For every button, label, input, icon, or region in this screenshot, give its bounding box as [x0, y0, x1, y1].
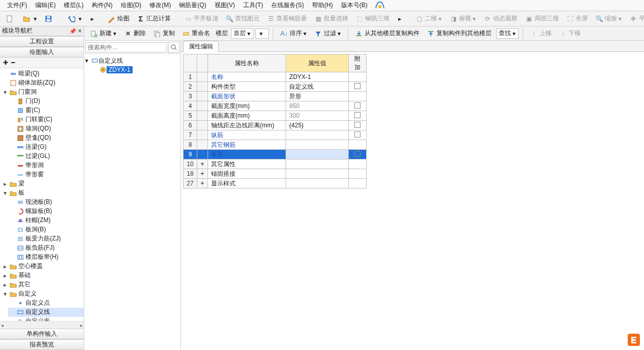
- rename-button[interactable]: 重命名: [179, 28, 213, 39]
- save-button[interactable]: [41, 13, 57, 24]
- nav-tree[interactable]: 暗梁(Q) 砌体加筋(ZQ) ▾门窗洞 门(D) 窗(C) 门联窗(C) 墙洞(…: [0, 69, 84, 321]
- delete-button[interactable]: ✕删除: [121, 28, 149, 39]
- menu-view[interactable]: 视图(V): [211, 0, 239, 11]
- search-combo[interactable]: 查找▾: [496, 29, 519, 39]
- fullscreen-button[interactable]: ⛶全屏: [563, 13, 591, 24]
- section-single-input[interactable]: 单构件输入: [0, 329, 84, 339]
- open-file-button[interactable]: ▾: [19, 13, 40, 24]
- property-row[interactable]: 4截面宽度(mm)850: [184, 101, 367, 111]
- view-rebar-button[interactable]: ☰查看钢筋量: [264, 13, 310, 24]
- collapse-arrow-icon[interactable]: ▾: [2, 89, 8, 95]
- folder-icon: [9, 189, 17, 197]
- new-component-button[interactable]: 新建▾: [87, 28, 120, 39]
- main-toolbar: ▾ ▾ ▸ 绘图 Σ汇总计算 ▭平齐板顶 🔍查找图元 ☰查看钢筋量 ▦批量选择 …: [0, 11, 644, 26]
- svg-rect-20: [19, 229, 21, 231]
- dropdown-icon: ▾: [33, 15, 37, 23]
- layer-select[interactable]: ▾: [255, 29, 269, 39]
- pin-icon[interactable]: 📌: [69, 28, 76, 34]
- menu-edit[interactable]: 编辑(E): [31, 0, 60, 11]
- component-tree[interactable]: ▾自定义线 ZDYX-1: [84, 54, 181, 350]
- menu-draw[interactable]: 绘图(D): [117, 0, 146, 11]
- strip-hole-icon: [16, 161, 24, 170]
- property-row[interactable]: 7纵筋: [184, 130, 367, 140]
- dyn-view-button[interactable]: ⟳动态观察: [480, 13, 521, 24]
- menu-help[interactable]: 帮助(H): [308, 0, 337, 11]
- zoom-button[interactable]: 🔍缩放▾: [592, 13, 625, 24]
- expand-icon[interactable]: ✚: [3, 59, 8, 66]
- wall-rebar-icon: [9, 79, 17, 87]
- property-row[interactable]: 10+其它属性: [184, 159, 367, 169]
- more-button[interactable]: ▸: [86, 13, 97, 24]
- collapse-icon[interactable]: ━: [11, 59, 15, 66]
- property-row[interactable]: 9备注: [184, 150, 367, 159]
- view-2d-button[interactable]: ▢二维▾: [412, 13, 445, 24]
- property-row[interactable]: 1名称ZDYX-1: [184, 72, 367, 82]
- property-row[interactable]: 2构件类型自定义线: [184, 82, 367, 92]
- section-report-preview[interactable]: 报表预览: [0, 339, 84, 350]
- door-icon: [16, 97, 24, 105]
- sigma-icon: Σ: [137, 15, 145, 23]
- copy-to-floor-button[interactable]: 复制构件到其他楼层: [424, 28, 495, 39]
- undo-button[interactable]: ▾: [64, 13, 85, 24]
- svg-rect-10: [21, 118, 23, 121]
- folder-icon: [9, 272, 17, 280]
- menu-version[interactable]: 版本号(B): [337, 0, 372, 11]
- draw-button[interactable]: 绘图: [105, 13, 133, 24]
- local-3d-button[interactable]: ▣局部三维: [522, 13, 562, 24]
- menu-component[interactable]: 构件(N): [88, 0, 117, 11]
- property-row[interactable]: 3截面形状异形: [184, 92, 367, 101]
- component-search-input[interactable]: [85, 42, 167, 52]
- checkbox[interactable]: [354, 102, 360, 109]
- rebar-3d-button[interactable]: ⬚钢筋三维: [352, 13, 393, 24]
- menu-modify[interactable]: 修改(M): [145, 0, 175, 11]
- cube-icon: ⬚: [355, 15, 364, 23]
- checkbox[interactable]: [354, 83, 360, 89]
- new-file-button[interactable]: [3, 13, 18, 24]
- app-logo-icon: [375, 1, 385, 10]
- menu-file[interactable]: 文件(F): [3, 0, 31, 11]
- svg-rect-9: [18, 118, 20, 122]
- sort-button[interactable]: A↓排序▾: [277, 28, 310, 39]
- property-row[interactable]: 8其它钢筋: [184, 140, 367, 150]
- multi-sel-button[interactable]: ▦批量选择: [311, 13, 351, 24]
- svg-rect-6: [11, 80, 16, 86]
- search-button[interactable]: [168, 42, 179, 53]
- property-row[interactable]: 18+锚固搭接: [184, 169, 367, 179]
- checkbox[interactable]: [354, 131, 360, 138]
- top-view-button[interactable]: ◨俯视▾: [446, 13, 479, 24]
- box-icon: ▣: [525, 15, 533, 23]
- checkbox[interactable]: [354, 112, 360, 118]
- property-row[interactable]: 6轴线距左边线距离(mm)(425): [184, 121, 367, 130]
- move-down-button[interactable]: ↓下移: [556, 28, 584, 39]
- more2-button[interactable]: ▸: [394, 13, 405, 24]
- menu-tools[interactable]: 工具(T): [239, 0, 267, 11]
- find-elem-button[interactable]: 🔍查找图元: [222, 13, 263, 24]
- expand-arrow-icon[interactable]: ▸: [2, 181, 8, 187]
- flat-top-button[interactable]: ▭平齐板顶: [181, 13, 221, 24]
- slab-hole-icon: [16, 226, 24, 234]
- copy-button[interactable]: 复制: [150, 28, 178, 39]
- menu-rebar[interactable]: 钢筋量(Q): [175, 0, 210, 11]
- property-row[interactable]: 5截面高度(mm)300: [184, 111, 367, 121]
- calc-button[interactable]: Σ汇总计算: [134, 13, 174, 24]
- component-item-selected[interactable]: ZDYX-1: [107, 66, 133, 73]
- collapse-arrow-icon[interactable]: ▾: [85, 57, 91, 64]
- checkbox[interactable]: [354, 122, 360, 128]
- section-draw-input[interactable]: 绘图输入: [0, 47, 84, 58]
- tab-property-edit[interactable]: 属性编辑: [183, 41, 219, 52]
- pan-button[interactable]: ✥平移▾: [626, 13, 644, 24]
- menu-online[interactable]: 在线服务(S): [267, 0, 308, 11]
- floor-select[interactable]: 首层▾: [231, 29, 253, 39]
- checkbox[interactable]: [354, 151, 360, 157]
- section-proj-settings[interactable]: 工程设置: [0, 36, 84, 47]
- property-row[interactable]: 27+显示样式: [184, 179, 367, 189]
- svg-rect-17: [18, 174, 23, 176]
- tree-item-custom-line[interactable]: 自定义线: [8, 308, 84, 317]
- menu-floor[interactable]: 楼层(L): [60, 0, 88, 11]
- nav-scrollbar[interactable]: ◂▸: [0, 321, 84, 329]
- property-grid[interactable]: 属性名称 属性值 附加 1名称ZDYX-12构件类型自定义线3截面形状异形4截面…: [183, 54, 367, 189]
- close-icon[interactable]: ×: [78, 28, 82, 35]
- filter-button[interactable]: 过滤▾: [311, 28, 344, 39]
- copy-from-floor-button[interactable]: 从其他楼层复制构件: [352, 28, 423, 39]
- move-up-button[interactable]: ↑上移: [527, 28, 555, 39]
